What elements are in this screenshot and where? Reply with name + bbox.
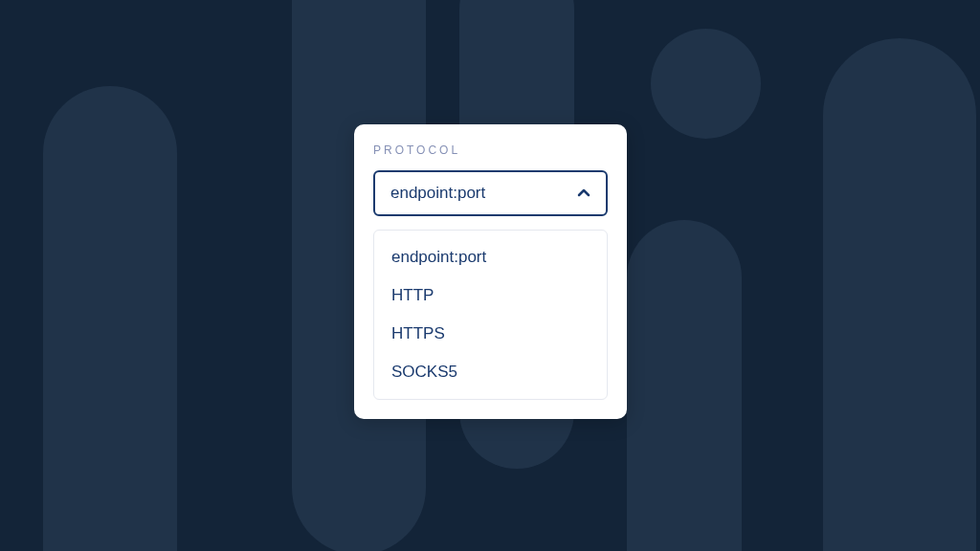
protocol-select[interactable]: endpoint:port: [373, 170, 608, 216]
option-http[interactable]: HTTP: [374, 276, 607, 315]
chevron-up-icon: [577, 187, 590, 200]
option-socks5[interactable]: SOCKS5: [374, 353, 607, 391]
protocol-card: PROTOCOL endpoint:port endpoint:port HTT…: [354, 124, 627, 419]
option-https[interactable]: HTTPS: [374, 315, 607, 353]
protocol-label: PROTOCOL: [373, 143, 608, 157]
bg-pillar: [627, 220, 742, 551]
bg-circle: [651, 29, 761, 139]
bg-pillar: [823, 38, 976, 551]
select-value: endpoint:port: [390, 184, 485, 203]
bg-pillar: [43, 86, 177, 551]
option-endpoint-port[interactable]: endpoint:port: [374, 238, 607, 276]
protocol-dropdown: endpoint:port HTTP HTTPS SOCKS5: [373, 230, 608, 400]
